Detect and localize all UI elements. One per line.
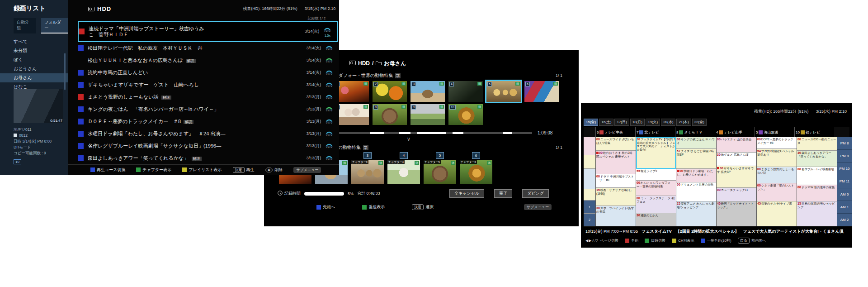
folder-item[interactable]: お母さん: [0, 73, 68, 82]
epg-cell[interactable]: 00ドラマ 中洲川端ラブストーリー #8: [596, 174, 636, 188]
svg-text:おまかせ: おまかせ: [326, 110, 332, 111]
hint-label: 前画面へ: [751, 238, 766, 243]
caption-tag: 解説: [161, 96, 171, 100]
epg-cell[interactable]: 00ドキュメント世界の街角: [676, 182, 716, 201]
rec-time-percent: 5%: [348, 191, 354, 196]
cell-start-time: 00: [677, 183, 680, 186]
epg-cell[interactable]: 06名作ブルーレイ映画劇場: [797, 167, 837, 185]
cell-start-time: 00: [677, 138, 680, 141]
chapter-thumbnail[interactable]: 6消: [524, 81, 559, 102]
epg-cell[interactable]: 00ニュースチェック11: [717, 188, 756, 201]
channel-number: 8: [676, 130, 678, 134]
epg-cell[interactable]: 30スポーツハイライト/あすの天気: [596, 206, 636, 226]
epg-cell[interactable]: 54プロ野球熱闘スペシャル 延長あり: [757, 149, 797, 167]
chapter-thumbnail[interactable]: 9消: [410, 104, 445, 125]
date-tab[interactable]: 21(木): [676, 119, 691, 126]
epg-cell[interactable]: 00わんにゃんワンダフォー・世界の動物特集: [636, 181, 676, 196]
recording-row[interactable]: 森田よしあっきアワー「笑ってくれるかな」解説3/13(月)おまかせ: [78, 152, 339, 164]
folder-item[interactable]: おとうさん: [0, 64, 68, 73]
date-tab[interactable]: 19(火): [646, 119, 660, 126]
epg-cell[interactable]: 00歌のおうさま 秋の2時間スペシャル 豪華ゲスト: [596, 151, 636, 174]
epg-cell[interactable]: 15世界の鉄道紀行/ショッピング: [797, 201, 837, 226]
epg-cell[interactable]: 00ニュースワイド 夕方いちばん▽特集: [596, 137, 636, 151]
epg-cell[interactable]: 00DOPE～悪夢のトラックメイカー #8: [757, 137, 797, 149]
delete-badge: 消: [342, 161, 347, 165]
hint-label: CH別表示: [678, 238, 694, 243]
recording-row[interactable]: 名作レグザブルーレイ映画劇場「サクサクな毎日」(1996―3/13(月)おまかせ: [78, 140, 339, 152]
dubbing-button[interactable]: ダビング: [522, 189, 549, 198]
date-tab[interactable]: 15(金): [584, 119, 598, 126]
chapter-item[interactable]: 5チャプター5消: [424, 152, 456, 184]
date-tab[interactable]: 18(月): [630, 119, 645, 126]
epg-cell[interactable]: 00ドラマW 坂の途中の家族: [797, 185, 837, 201]
recording-row[interactable]: 読約中毒馬の正直しんどい3/14(火)おまかせ: [78, 67, 339, 79]
date-tab[interactable]: 20(水): [661, 119, 675, 126]
chapter-item[interactable]: 6チャプター6消: [460, 152, 492, 184]
epg-cell[interactable]: 15映画「サクサクな毎日」(1996): [596, 188, 636, 206]
epg-cell[interactable]: 45音楽のチカラ/ライブ選: [757, 201, 797, 226]
chapter-item[interactable]: 3チャプター3消: [351, 152, 384, 184]
program-genre-icon: [78, 143, 84, 149]
ok-key-icon: 決定: [412, 204, 424, 210]
time-axis-column: PM 8PM 9PM 10PM 11AM 0AM 1AM 2: [837, 137, 852, 226]
hint-key: 決定再生: [233, 167, 255, 173]
program-timeline[interactable]: [311, 132, 532, 134]
time-label: PM 11: [837, 175, 852, 188]
epg-cell[interactable]: 30森田よしあっきアワー「笑ってくれるかな」: [797, 151, 837, 167]
cancel-all-button[interactable]: 全キャンセル: [449, 189, 484, 198]
chapter-thumbnail[interactable]: 7消: [335, 104, 369, 125]
date-tab[interactable]: 17(日): [614, 119, 629, 126]
hint-label: プレイリスト表示: [189, 167, 222, 173]
epg-cell[interactable]: 00水曜日ドラ劇場「わたし、お母さんやめます」: [676, 169, 716, 182]
preview-datetime: 日時 3/14(火) PM 8:00: [14, 139, 52, 144]
recording-row[interactable]: ザキちゃいますザキですー ゲスト 山崎へろし3/14(火)おまかせ: [78, 79, 339, 91]
channel-number: 6: [597, 130, 599, 134]
recording-row[interactable]: 水曜日ドラ劇場「わたし、お母さんやめます」 ＃24 出演―3/13(月)おまかせ: [78, 128, 339, 140]
epg-cell[interactable]: 00まさとう投野のしょーもない話: [757, 167, 797, 183]
chapter-thumbnail[interactable]: 8消: [373, 104, 407, 125]
epg-cell[interactable]: 57クイズ!まるごと学園 2時間SP: [676, 149, 716, 169]
sidebar-scrollbar[interactable]: [64, 53, 66, 90]
epg-cell[interactable]: 00キングの夜ごはん in ハワイ: [676, 137, 716, 149]
chapter-thumbnail[interactable]: 5消: [486, 81, 521, 102]
epg-strip-cell: [584, 169, 595, 189]
epg-cell[interactable]: 30旅グルメ 広島さんぽ: [717, 153, 756, 166]
chapter-thumbnail[interactable]: 4消: [448, 81, 483, 102]
cell-start-time: 00: [637, 196, 640, 200]
epg-cell[interactable]: 30通販のじかん: [636, 213, 676, 226]
date-tab[interactable]: 22(金): [692, 119, 707, 126]
program-title: 松山ＹＵＵＫＩと西本なおＡの広島さんぽ解説: [88, 57, 296, 64]
epg-cell[interactable]: 00ザキちゃいますザキです 拡大SP: [717, 166, 756, 188]
preview-mode: DRモード: [14, 144, 52, 150]
done-button[interactable]: 完了: [494, 189, 512, 198]
chapter-thumbnail[interactable]: 2消: [373, 81, 407, 102]
epg-cell[interactable]: 40映画「ミッドナイト・トラック」: [717, 201, 756, 226]
date-tab[interactable]: 16(土): [599, 119, 613, 126]
epg-cell[interactable]: 00フェスタイムTV【2回目 2時間の拡大スペシャル】フェスで大人気のアーティス…: [636, 137, 676, 169]
folder-item[interactable]: ぼく: [0, 55, 68, 64]
epg-cell[interactable]: 55報道ライブ9: [636, 169, 676, 181]
chapter-thumbnail[interactable]: 3消: [410, 81, 445, 102]
chapter-thumbnail[interactable]: 10消: [448, 104, 483, 125]
folder-list: すべて未分類ぼくおとうさんお母さんはなこ: [0, 37, 68, 91]
folder-item[interactable]: 未分類: [0, 46, 68, 55]
folder-item[interactable]: すべて: [0, 37, 68, 46]
recording-row[interactable]: ＤＯＰＥ～悪夢のトラックメイカー ＃8解説3/13(月)おまかせ: [78, 115, 339, 128]
breadcrumb-device: HDD: [358, 60, 370, 67]
recording-row[interactable]: 連続ドラマ「中洲川端ラブストーリー」秋吉ゆうみこ 菅野ＨＩＤＥ3/14(火)おま…: [78, 21, 338, 42]
epg-cell[interactable]: 00シネマ劇場「星のレストラン」: [757, 183, 797, 201]
chapter-item[interactable]: 4チャプター4消: [387, 152, 420, 184]
channel-header: 7北テレビ: [635, 127, 675, 137]
recording-row[interactable]: 松田翔テレビ一代記 私の親友 本村ＹＵＳＫ 丹3/14(火)おまかせ: [78, 42, 339, 54]
recording-row[interactable]: 松山ＹＵＵＫＩと西本なおＡの広島さんぽ解説3/14(火)おまかせ: [78, 54, 339, 67]
program-genre-icon: [78, 82, 84, 88]
epg-cell[interactable]: 00ニュース630→夜のニュース: [797, 137, 837, 151]
chapter-thumbnail[interactable]: 1消: [335, 81, 369, 102]
epg-cell[interactable]: 00バラエティ 山の音楽会: [717, 137, 756, 153]
epg-cell[interactable]: 00ミュージックステージ♪秋フェス: [636, 196, 676, 213]
tab-folder[interactable]: フォルダー: [41, 18, 68, 33]
recording-row[interactable]: キングの夜ごはん 「有名ハンバーガー店～in ハワイ～」3/13(月)おまかせ: [78, 103, 339, 115]
recording-row[interactable]: まさとう投野のしょーもない話解説3/13(月)おまかせ: [78, 91, 339, 103]
epg-cell[interactable]: 25深夜アニメ わんにゃん劇場/ショッピング: [676, 201, 716, 226]
tab-auto-classify[interactable]: 自動分類: [14, 18, 36, 33]
